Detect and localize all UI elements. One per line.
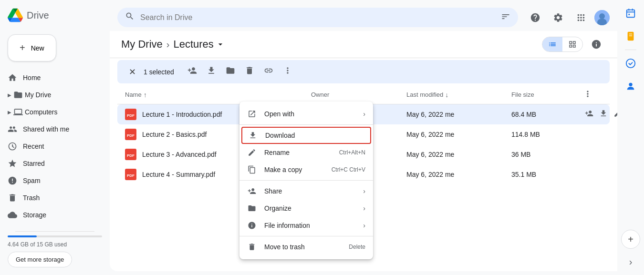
- tasks-icon-btn[interactable]: [621, 54, 640, 73]
- breadcrumb-bar: My Drive › Lectures: [110, 31, 617, 58]
- open-with-icon: [247, 109, 257, 119]
- modified-column-header[interactable]: Last modified ↓: [406, 91, 511, 99]
- menu-item-move-to-trash[interactable]: Move to trash Delete: [239, 238, 373, 255]
- move-to-trash-icon: [247, 242, 257, 252]
- right-sidebar: + ›: [617, 0, 644, 275]
- apps-icon-btn[interactable]: [571, 8, 591, 27]
- download-action[interactable]: [205, 64, 218, 80]
- menu-item-make-copy[interactable]: Make a copy Ctrl+C Ctrl+V: [239, 161, 373, 178]
- list-view-button[interactable]: [542, 37, 562, 51]
- more-action[interactable]: [281, 64, 294, 80]
- delete-action[interactable]: [243, 64, 256, 80]
- breadcrumb-current[interactable]: Lectures: [173, 38, 225, 51]
- sidebar-item-shared[interactable]: Shared with me: [0, 121, 102, 138]
- link-action[interactable]: [262, 64, 275, 80]
- home-icon: [8, 73, 17, 82]
- modified-sort-arrow: ↓: [445, 91, 448, 99]
- menu-item-move-to-trash-label: Move to trash: [264, 243, 341, 251]
- size-cell: 68.4 MB: [511, 111, 583, 118]
- modified-cell: May 6, 2022 me: [406, 151, 511, 158]
- menu-item-make-copy-label: Make a copy: [264, 166, 324, 173]
- share-icon: [247, 186, 257, 196]
- more-row-btn[interactable]: [583, 167, 595, 182]
- add-person-row-btn[interactable]: [583, 107, 595, 122]
- svg-rect-24: [628, 14, 630, 15]
- menu-item-rename[interactable]: Rename Ctrl+Alt+N: [239, 144, 373, 161]
- sidebar-item-recent[interactable]: Recent: [0, 138, 102, 155]
- breadcrumb-current-label: Lectures: [173, 38, 213, 51]
- menu-item-rename-label: Rename: [264, 149, 332, 156]
- keep-icon-btn[interactable]: [621, 27, 640, 46]
- file-name: Lecture 4 - Summary.pdf: [142, 171, 215, 178]
- view-toggle: [542, 37, 583, 52]
- get-more-storage-button[interactable]: Get more storage: [8, 252, 72, 267]
- grid-view-button[interactable]: [562, 37, 582, 51]
- sidebar-item-storage-label: Storage: [23, 211, 46, 219]
- contacts-icon-btn[interactable]: [621, 77, 640, 96]
- topbar-actions: [526, 8, 610, 27]
- sidebar-item-starred-label: Starred: [23, 160, 45, 167]
- move-action[interactable]: [224, 64, 237, 80]
- sidebar-item-trash[interactable]: Trash: [0, 189, 102, 206]
- storage-divider: [15, 231, 94, 232]
- menu-item-share[interactable]: Share ›: [239, 183, 373, 200]
- search-bar[interactable]: [117, 8, 518, 27]
- name-column-header[interactable]: Name ↑: [125, 91, 311, 99]
- sidebar-item-computers[interactable]: ▶ Computers: [0, 103, 102, 121]
- sidebar-item-home[interactable]: Home: [0, 69, 102, 86]
- svg-point-1: [599, 13, 605, 19]
- computers-icon: [13, 107, 23, 117]
- copy-icon: [247, 165, 257, 174]
- user-avatar[interactable]: [594, 10, 610, 25]
- expand-icon: ▶: [8, 92, 11, 98]
- size-cell: 35.1 MB: [511, 171, 583, 178]
- more-row-btn[interactable]: [583, 147, 595, 162]
- download-row-btn[interactable]: [597, 107, 610, 122]
- modified-cell: May 6, 2022 me: [406, 171, 511, 178]
- sidebar-item-spam[interactable]: Spam: [0, 172, 102, 189]
- menu-item-open-with[interactable]: Open with ›: [239, 105, 373, 122]
- sidebar-item-starred[interactable]: Starred: [0, 155, 102, 172]
- menu-divider-2: [239, 180, 373, 181]
- svg-rect-25: [628, 32, 634, 41]
- sidebar: Drive + New Home ▶ My Drive ▶ Computers: [0, 0, 110, 275]
- pdf-file-icon: PDF: [125, 149, 136, 160]
- menu-item-download[interactable]: Download: [241, 127, 371, 144]
- more-row-btn[interactable]: [583, 127, 595, 142]
- sidebar-item-trash-label: Trash: [23, 194, 40, 202]
- search-input[interactable]: [140, 13, 495, 22]
- new-button-label: New: [31, 44, 44, 52]
- collapse-right-sidebar-btn[interactable]: ›: [629, 253, 633, 271]
- menu-item-file-info[interactable]: File information ›: [239, 217, 373, 234]
- storage-usage-text: 4.64 GB of 15 GB used: [8, 241, 102, 248]
- sidebar-item-shared-label: Shared with me: [23, 125, 69, 133]
- trash-shortcut: Delete: [349, 244, 365, 250]
- modified-cell: May 6, 2022 me: [406, 131, 511, 138]
- plus-icon: +: [20, 42, 25, 53]
- search-options-icon[interactable]: [501, 12, 510, 23]
- sidebar-item-my-drive-label: My Drive: [25, 91, 51, 99]
- selection-actions: [186, 64, 294, 80]
- svg-text:PDF: PDF: [127, 113, 135, 118]
- menu-item-organize[interactable]: Organize ›: [239, 200, 373, 217]
- new-button[interactable]: + New: [8, 34, 56, 61]
- svg-text:PDF: PDF: [127, 153, 135, 158]
- deselect-button[interactable]: ✕: [129, 67, 136, 77]
- support-icon-btn[interactable]: [526, 8, 545, 27]
- sidebar-item-my-drive[interactable]: ▶ My Drive: [0, 86, 102, 103]
- breadcrumb-parent[interactable]: My Drive: [121, 38, 163, 51]
- row-actions: [583, 107, 602, 122]
- sidebar-item-recent-label: Recent: [23, 143, 44, 150]
- sidebar-item-storage[interactable]: Storage: [0, 206, 102, 224]
- info-button[interactable]: [587, 35, 606, 54]
- edit-row-btn[interactable]: [612, 107, 617, 122]
- settings-icon-btn[interactable]: [549, 8, 568, 27]
- menu-item-share-label: Share: [264, 187, 355, 195]
- add-apps-button[interactable]: +: [621, 230, 640, 249]
- app-logo: Drive: [0, 4, 110, 31]
- menu-item-open-with-label: Open with: [264, 110, 355, 118]
- calendar-icon-btn[interactable]: [621, 4, 640, 23]
- share-person-action[interactable]: [186, 64, 199, 80]
- menu-item-file-info-label: File information: [264, 222, 355, 229]
- file-info-arrow-icon: ›: [363, 222, 365, 229]
